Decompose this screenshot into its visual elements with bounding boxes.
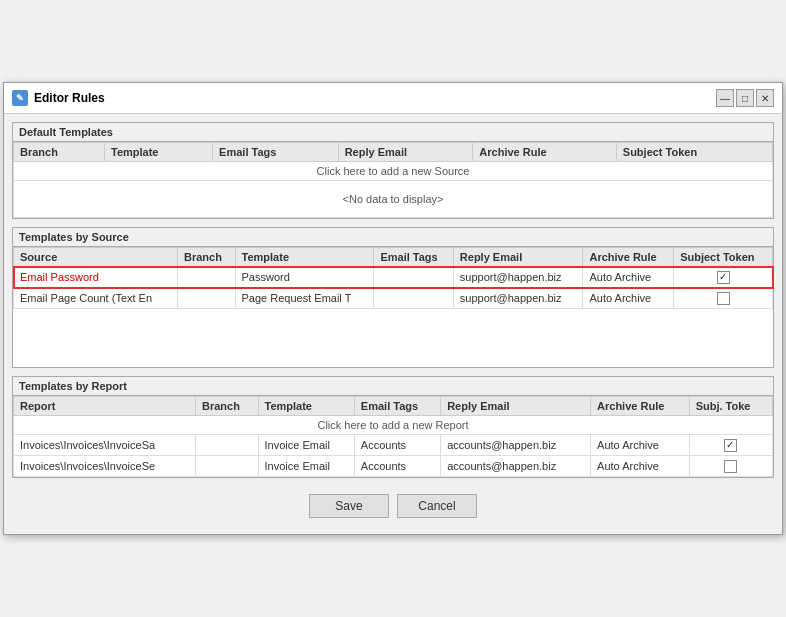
window-icon: ✎ [12, 90, 28, 106]
src-col-source: Source [14, 248, 178, 267]
report-tags-cell: Accounts [354, 435, 440, 456]
default-templates-header-row: Branch Template Email Tags Reply Email A… [14, 143, 773, 162]
footer: Save Cancel [12, 486, 774, 526]
src-subject-token-cell[interactable] [674, 267, 773, 288]
title-controls: — □ ✕ [716, 89, 774, 107]
templates-by-report-title: Templates by Report [13, 377, 773, 396]
close-button[interactable]: ✕ [756, 89, 774, 107]
rep-col-branch: Branch [195, 397, 258, 416]
src-col-reply-email: Reply Email [453, 248, 583, 267]
report-source-cell: Invoices\Invoices\InvoiceSa [14, 435, 196, 456]
save-button[interactable]: Save [309, 494, 389, 518]
rep-col-subject-token: Subj. Toke [689, 397, 772, 416]
src-source-cell: Email Password [14, 267, 178, 288]
report-subject-token-cell-2[interactable] [689, 456, 772, 477]
templates-by-source-section: Templates by Source Source Branch Templa… [12, 227, 774, 368]
report-tags-cell: Accounts [354, 456, 440, 477]
minimize-button[interactable]: — [716, 89, 734, 107]
main-content: Default Templates Branch Template Email … [4, 114, 782, 533]
col-reply-email: Reply Email [338, 143, 473, 162]
src-tags-cell [374, 267, 453, 288]
col-archive-rule: Archive Rule [473, 143, 616, 162]
src-archive-rule-cell: Auto Archive [583, 288, 674, 309]
add-source-row[interactable]: Click here to add a new Source [14, 162, 773, 181]
source-header-row: Source Branch Template Email Tags Reply … [14, 248, 773, 267]
src-branch-cell [178, 267, 236, 288]
report-archive-rule-cell: Auto Archive [591, 456, 690, 477]
src-archive-rule-cell: Auto Archive [583, 267, 674, 288]
report-template-cell: Invoice Email [258, 435, 354, 456]
editor-rules-window: ✎ Editor Rules — □ ✕ Default Templates B… [3, 82, 783, 534]
report-header-row: Report Branch Template Email Tags Reply … [14, 397, 773, 416]
maximize-button[interactable]: □ [736, 89, 754, 107]
table-row[interactable]: Email Page Count (Text EnPage Request Em… [14, 288, 773, 309]
window-title: Editor Rules [34, 91, 105, 105]
src-branch-cell [178, 288, 236, 309]
rep-col-report: Report [14, 397, 196, 416]
col-branch: Branch [14, 143, 105, 162]
add-report-row[interactable]: Click here to add a new Report [14, 416, 773, 435]
title-bar-left: ✎ Editor Rules [12, 90, 105, 106]
default-templates-section: Default Templates Branch Template Email … [12, 122, 774, 219]
report-subject-token-cell[interactable] [689, 435, 772, 456]
src-template-cell: Page Request Email T [235, 288, 374, 309]
title-bar: ✎ Editor Rules — □ ✕ [4, 83, 782, 114]
add-report-text[interactable]: Click here to add a new Report [14, 416, 773, 435]
checkbox-unchecked-icon[interactable] [717, 292, 730, 305]
cancel-button[interactable]: Cancel [397, 494, 477, 518]
src-reply-email-cell: support@happen.biz [453, 288, 583, 309]
report-branch-cell [195, 435, 258, 456]
templates-by-report-inner: Report Branch Template Email Tags Reply … [13, 396, 773, 476]
table-row[interactable]: Email PasswordPasswordsupport@happen.biz… [14, 267, 773, 288]
src-subject-token-cell[interactable] [674, 288, 773, 309]
col-email-tags: Email Tags [213, 143, 339, 162]
report-reply-email-cell: accounts@happen.biz [441, 435, 591, 456]
src-template-cell: Password [235, 267, 374, 288]
src-col-archive-rule: Archive Rule [583, 248, 674, 267]
templates-by-source-inner: Source Branch Template Email Tags Reply … [13, 247, 773, 367]
src-col-template: Template [235, 248, 374, 267]
rep-col-reply-email: Reply Email [441, 397, 591, 416]
src-reply-email-cell: support@happen.biz [453, 267, 583, 288]
rep-col-template: Template [258, 397, 354, 416]
templates-by-source-title: Templates by Source [13, 228, 773, 247]
no-data-text: <No data to display> [14, 181, 773, 218]
rep-col-email-tags: Email Tags [354, 397, 440, 416]
checkbox-unchecked-icon[interactable] [724, 460, 737, 473]
rep-col-archive-rule: Archive Rule [591, 397, 690, 416]
templates-by-source-table: Source Branch Template Email Tags Reply … [13, 247, 773, 308]
report-template-cell: Invoice Email [258, 456, 354, 477]
table-row[interactable]: Invoices\Invoices\InvoiceSa Invoice Emai… [14, 435, 773, 456]
src-col-subject-token: Subject Token [674, 248, 773, 267]
checkbox-checked-icon[interactable] [717, 271, 730, 284]
add-source-text[interactable]: Click here to add a new Source [14, 162, 773, 181]
report-reply-email-cell: accounts@happen.biz [441, 456, 591, 477]
src-col-email-tags: Email Tags [374, 248, 453, 267]
checkbox-checked-icon[interactable] [724, 439, 737, 452]
default-templates-title: Default Templates [13, 123, 773, 142]
no-data-row: <No data to display> [14, 181, 773, 218]
templates-by-report-table: Report Branch Template Email Tags Reply … [13, 396, 773, 476]
templates-by-report-section: Templates by Report Report Branch Templa… [12, 376, 774, 477]
report-archive-rule-cell: Auto Archive [591, 435, 690, 456]
src-source-cell: Email Page Count (Text En [14, 288, 178, 309]
col-subject-token: Subject Token [616, 143, 772, 162]
default-templates-table: Branch Template Email Tags Reply Email A… [13, 142, 773, 218]
table-row[interactable]: Invoices\Invoices\InvoiceSe Invoice Emai… [14, 456, 773, 477]
src-col-branch: Branch [178, 248, 236, 267]
report-source-cell: Invoices\Invoices\InvoiceSe [14, 456, 196, 477]
src-tags-cell [374, 288, 453, 309]
col-template: Template [104, 143, 212, 162]
report-branch-cell [195, 456, 258, 477]
default-templates-inner: Branch Template Email Tags Reply Email A… [13, 142, 773, 218]
